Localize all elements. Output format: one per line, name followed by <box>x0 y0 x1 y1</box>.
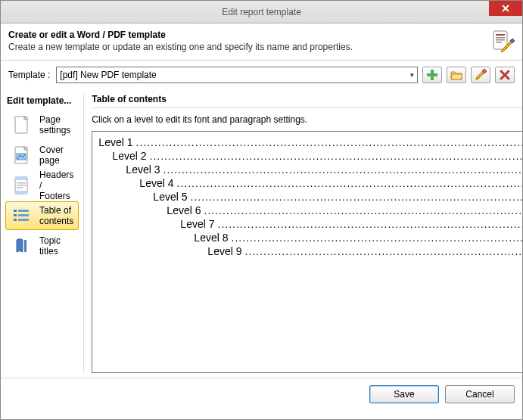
svg-rect-4 <box>496 37 505 39</box>
sidebar-item-cover-page[interactable]: Cover page <box>5 141 79 170</box>
content-title: Table of contents <box>92 94 523 108</box>
toc-level-2[interactable]: Level 2 123 <box>98 150 523 162</box>
sidebar-item-headers-footers[interactable]: Headers / Footers <box>5 171 79 200</box>
toc-label: Level 5 <box>153 191 190 203</box>
toc-label: Level 9 <box>207 245 244 257</box>
svg-rect-3 <box>496 34 505 36</box>
header-description: Create a new template or update an exist… <box>8 42 515 52</box>
content-hint: Click on a level to edit its font and pa… <box>92 114 523 125</box>
open-template-button[interactable] <box>447 67 466 83</box>
toc-level-3[interactable]: Level 3 123 <box>98 163 523 176</box>
toc-dots <box>232 232 523 244</box>
svg-rect-6 <box>496 42 502 43</box>
template-edit-icon <box>490 30 515 56</box>
toc-box: Level 1 123Level 2 123Level 3 123Level 4… <box>92 131 523 373</box>
svg-rect-26 <box>14 210 17 212</box>
toc-dots <box>136 136 523 148</box>
main-area: Edit template... Page settings Cover pag… <box>1 89 522 378</box>
save-button-label: Save <box>394 389 414 400</box>
svg-rect-21 <box>15 177 27 180</box>
sidebar-item-label: Topic titles <box>39 235 73 257</box>
cover-page-icon <box>11 145 32 166</box>
svg-rect-31 <box>18 219 29 221</box>
toc-label: Level 4 <box>139 177 176 189</box>
cancel-button[interactable]: Cancel <box>445 385 515 403</box>
window-title: Edit report template <box>222 7 301 17</box>
toc-label: Level 3 <box>126 163 163 176</box>
pencil-icon <box>475 69 487 81</box>
template-selected-value: [pdf] New PDF template <box>60 70 156 80</box>
toc-level-7[interactable]: Level 7 123 <box>98 218 523 230</box>
sidebar-title: Edit template... <box>5 94 79 110</box>
toc-dots <box>191 191 523 203</box>
svg-rect-29 <box>18 214 29 216</box>
svg-rect-27 <box>18 210 29 212</box>
sidebar-item-label: Table of contents <box>39 205 73 226</box>
toc-label: Level 2 <box>112 150 149 162</box>
header-title: Create or edit a Word / PDF template <box>8 30 515 40</box>
folder-icon <box>450 69 462 81</box>
toc-level-5[interactable]: Level 5 123 <box>98 191 523 203</box>
close-button[interactable] <box>489 1 522 16</box>
toc-level-4[interactable]: Level 4 123 <box>98 177 523 189</box>
svg-rect-24 <box>17 185 26 186</box>
svg-rect-10 <box>427 73 437 76</box>
svg-rect-22 <box>15 191 27 194</box>
edit-template-button[interactable] <box>471 67 490 83</box>
title-bar: Edit report template <box>1 1 522 23</box>
svg-rect-32 <box>24 240 26 252</box>
sidebar-item-table-of-contents[interactable]: Table of contents <box>5 201 79 230</box>
chevron-down-icon: ▾ <box>410 71 414 79</box>
toc-label: Level 6 <box>167 204 204 216</box>
toc-level-1[interactable]: Level 1 123 <box>98 136 523 148</box>
toc-dots <box>150 150 523 162</box>
cancel-button-label: Cancel <box>465 389 493 400</box>
template-select[interactable]: [pdf] New PDF template ▾ <box>56 67 418 83</box>
toc-label: Level 1 <box>98 136 135 148</box>
sidebar-item-page-settings[interactable]: Page settings <box>5 110 79 139</box>
toc-level-8[interactable]: Level 8 123 <box>98 232 523 244</box>
headers-footers-icon <box>11 175 32 196</box>
page-settings-icon <box>11 114 32 135</box>
toc-dots <box>177 177 523 189</box>
svg-rect-30 <box>14 219 17 221</box>
template-row: Template : [pdf] New PDF template ▾ <box>1 61 522 89</box>
toc-dots <box>245 245 523 257</box>
table-of-contents-icon <box>11 205 32 226</box>
delete-template-button[interactable] <box>495 67 515 83</box>
sidebar-item-label: Headers / Footers <box>39 170 73 201</box>
svg-rect-28 <box>14 214 17 216</box>
save-button[interactable]: Save <box>369 385 439 403</box>
template-label: Template : <box>8 70 50 80</box>
toc-dots <box>204 204 523 216</box>
topic-titles-icon <box>11 235 32 257</box>
close-icon <box>502 5 509 12</box>
toc-level-6[interactable]: Level 6 123 <box>98 204 523 216</box>
new-template-button[interactable] <box>422 67 442 83</box>
sidebar-item-label: Page settings <box>39 114 73 135</box>
footer: Save Cancel <box>1 378 522 409</box>
sidebar-item-label: Cover page <box>39 145 73 166</box>
toc-label: Level 8 <box>194 232 231 244</box>
toc-level-9[interactable]: Level 9 123 <box>98 245 523 257</box>
sidebar: Edit template... Page settings Cover pag… <box>1 89 83 378</box>
header-panel: Create or edit a Word / PDF template Cre… <box>1 23 522 61</box>
sidebar-item-topic-titles[interactable]: Topic titles <box>5 232 79 260</box>
delete-icon <box>499 69 511 81</box>
plus-icon <box>426 69 438 81</box>
content-panel: Table of contents Click on a level to ed… <box>84 89 523 378</box>
svg-rect-25 <box>17 187 23 188</box>
toc-label: Level 7 <box>180 218 217 230</box>
svg-rect-23 <box>17 182 26 184</box>
toc-dots <box>218 218 523 230</box>
svg-rect-5 <box>496 39 505 41</box>
toc-dots <box>163 163 523 176</box>
